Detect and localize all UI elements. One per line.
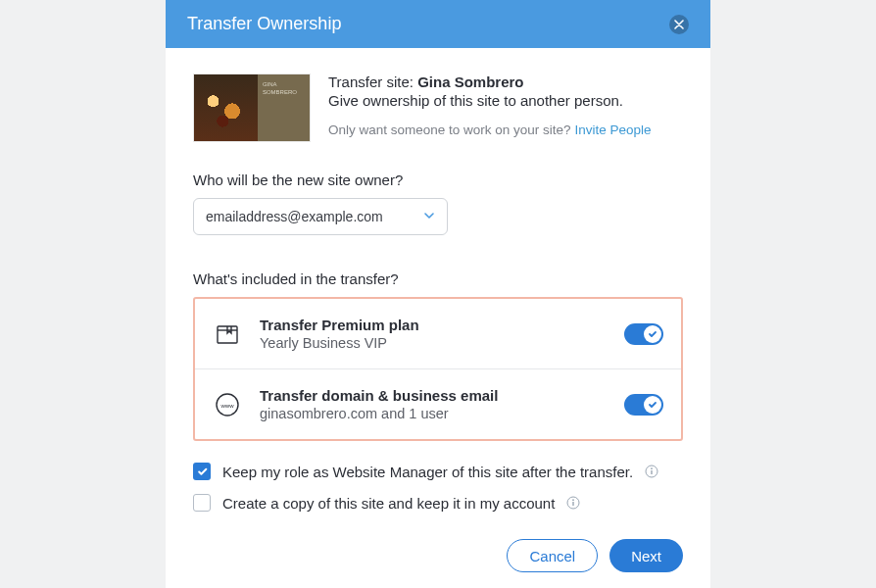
site-thumbnail: GINA SOMBRERO <box>193 74 311 142</box>
create-copy-checkbox[interactable] <box>193 494 211 512</box>
new-owner-label: Who will be the new site owner? <box>193 172 683 188</box>
invite-hint: Only want someone to work on your site? … <box>328 122 683 137</box>
modal-title: Transfer Ownership <box>187 14 341 34</box>
modal-body: GINA SOMBRERO Transfer site: Gina Sombre… <box>166 48 710 588</box>
invite-people-link[interactable]: Invite People <box>574 122 651 137</box>
included-item-domain: www Transfer domain & business email gin… <box>195 368 681 439</box>
included-box: Transfer Premium plan Yearly Business VI… <box>193 297 683 441</box>
new-owner-value: emailaddress@example.com <box>206 209 383 224</box>
modal-footer: Cancel Next <box>193 539 683 572</box>
domain-icon: www <box>213 390 242 419</box>
toggle-knob <box>644 396 661 414</box>
svg-rect-5 <box>651 470 652 474</box>
transfer-site-name: Gina Sombrero <box>417 74 523 90</box>
svg-rect-8 <box>573 502 574 506</box>
transfer-site-prefix: Transfer site: <box>328 74 417 90</box>
svg-text:www: www <box>220 402 235 408</box>
create-copy-label: Create a copy of this site and keep it i… <box>222 495 555 512</box>
cancel-button[interactable]: Cancel <box>507 539 598 572</box>
included-item-text: Transfer domain & business email ginasom… <box>260 387 607 421</box>
check-icon <box>197 466 208 477</box>
included-item-title: Transfer Premium plan <box>260 317 607 333</box>
create-copy-row: Create a copy of this site and keep it i… <box>193 494 683 512</box>
transfer-site-description: Give ownership of this site to another p… <box>328 92 683 109</box>
included-label: What's included in the transfer? <box>193 270 683 287</box>
svg-point-7 <box>572 499 574 501</box>
keep-role-row: Keep my role as Website Manager of this … <box>193 463 683 480</box>
close-icon <box>674 20 684 29</box>
site-meta: Transfer site: Gina Sombrero Give owners… <box>328 74 683 142</box>
next-button[interactable]: Next <box>609 539 683 572</box>
included-item-subtitle: Yearly Business VIP <box>260 335 607 351</box>
site-thumbnail-label: GINA SOMBRERO <box>258 74 310 141</box>
transfer-ownership-modal: Transfer Ownership GINA SOMBRERO Transfe… <box>166 0 710 588</box>
site-thumbnail-image <box>194 74 258 141</box>
svg-point-4 <box>651 467 653 469</box>
keep-role-checkbox[interactable] <box>193 463 211 480</box>
domain-toggle[interactable] <box>624 394 663 416</box>
premium-toggle[interactable] <box>624 323 663 345</box>
keep-role-label: Keep my role as Website Manager of this … <box>222 464 633 480</box>
plan-icon <box>213 319 242 349</box>
chevron-down-icon <box>423 209 435 224</box>
close-button[interactable] <box>669 15 689 34</box>
included-item-premium: Transfer Premium plan Yearly Business VI… <box>195 299 681 368</box>
info-icon[interactable] <box>645 465 658 478</box>
site-summary: GINA SOMBRERO Transfer site: Gina Sombre… <box>193 74 683 142</box>
info-icon[interactable] <box>566 496 580 510</box>
toggle-knob <box>644 325 661 343</box>
included-item-title: Transfer domain & business email <box>260 387 607 404</box>
modal-header: Transfer Ownership <box>166 0 710 48</box>
invite-hint-text: Only want someone to work on your site? <box>328 122 574 137</box>
included-item-text: Transfer Premium plan Yearly Business VI… <box>260 317 607 351</box>
transfer-site-line: Transfer site: Gina Sombrero <box>328 74 683 90</box>
included-item-subtitle: ginasombrero.com and 1 user <box>260 406 607 421</box>
check-icon <box>648 329 657 339</box>
new-owner-select[interactable]: emailaddress@example.com <box>193 198 448 235</box>
check-icon <box>648 400 657 410</box>
